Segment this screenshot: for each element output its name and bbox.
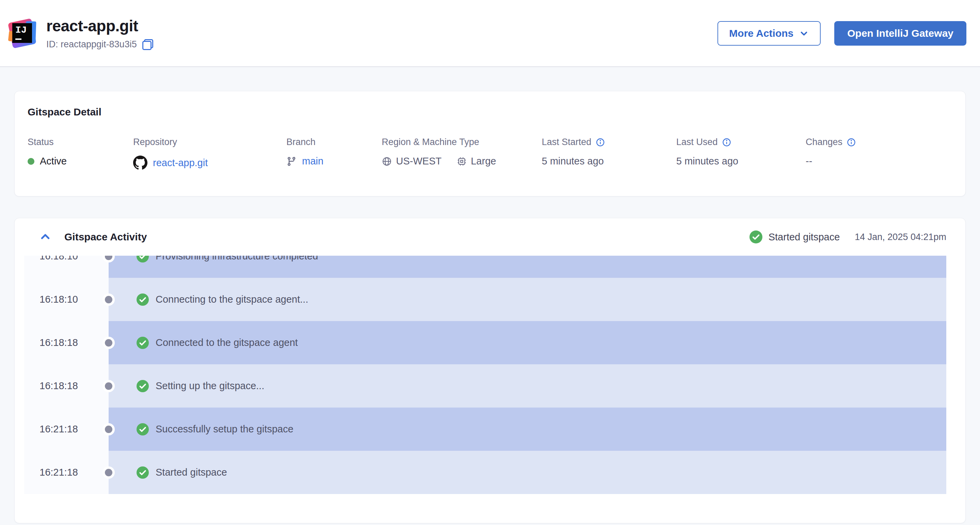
check-circle-icon <box>137 380 149 392</box>
check-circle-icon <box>137 423 149 436</box>
info-icon[interactable] <box>846 138 856 147</box>
check-circle-icon <box>137 293 149 306</box>
check-circle-icon <box>749 231 762 243</box>
last-used-value: 5 minutes ago <box>676 156 738 167</box>
title-block: react-app.git ID: reactappgit-83u3i5 <box>46 17 153 50</box>
activity-title: Gitspace Activity <box>64 231 147 243</box>
check-circle-icon <box>137 337 149 349</box>
chevron-down-icon <box>799 28 809 38</box>
field-status: Status Active <box>28 137 133 170</box>
chevron-up-icon[interactable] <box>39 231 51 243</box>
page-body: Gitspace Detail Status Active Repository… <box>0 67 980 525</box>
last-started-value: 5 minutes ago <box>542 156 604 167</box>
latest-status-time: 14 Jan, 2025 04:21pm <box>855 232 946 242</box>
copy-icon[interactable] <box>142 39 153 50</box>
git-branch-icon <box>286 156 297 167</box>
activity-log-viewport[interactable]: 16:18:10 Provisioning infrastructure com… <box>24 256 946 496</box>
page-title: react-app.git <box>46 17 153 35</box>
more-actions-button[interactable]: More Actions <box>718 21 821 46</box>
branch-link[interactable]: main <box>302 156 323 167</box>
activity-latest-status: Started gitspace 14 Jan, 2025 04:21pm <box>749 231 946 243</box>
activity-row: 16:18:10 Connecting to the gitspace agen… <box>24 278 946 321</box>
activity-row: 16:18:18 Setting up the gitspace... <box>24 364 946 407</box>
field-changes: Changes -- <box>806 137 856 170</box>
latest-status-text: Started gitspace <box>768 232 840 243</box>
activity-row: 16:21:18 Successfully setup the gitspace <box>24 407 946 451</box>
github-icon <box>133 156 148 170</box>
changes-value: -- <box>806 156 812 167</box>
gitspace-id: ID: reactappgit-83u3i5 <box>46 39 137 50</box>
repository-link[interactable]: react-app.git <box>153 157 208 169</box>
field-region-machine: Region & Machine Type US-WEST Large <box>382 137 542 170</box>
timeline-dot-icon <box>105 382 112 390</box>
gitspace-activity-card: Gitspace Activity Started gitspace 14 Ja… <box>14 218 966 523</box>
field-last-used: Last Used 5 minutes ago <box>676 137 806 170</box>
detail-card-title: Gitspace Detail <box>28 106 952 118</box>
timeline-dot-icon <box>105 339 112 347</box>
check-circle-icon <box>137 466 149 479</box>
field-branch: Branch main <box>286 137 382 170</box>
open-intellij-gateway-button[interactable]: Open IntelliJ Gateway <box>834 21 966 46</box>
region-value: US-WEST <box>396 156 442 167</box>
status-value: Active <box>40 156 67 167</box>
info-icon[interactable] <box>595 138 605 147</box>
machine-type-value: Large <box>471 156 496 167</box>
timeline-dot-icon <box>105 426 112 433</box>
timeline-dot-icon <box>105 469 112 476</box>
info-icon[interactable] <box>722 138 732 147</box>
app-header: IJ react-app.git ID: reactappgit-83u3i5 … <box>0 0 980 67</box>
cpu-icon <box>457 156 467 167</box>
intellij-idea-logo-icon: IJ <box>7 18 37 49</box>
globe-icon <box>382 156 392 167</box>
status-active-dot-icon <box>28 158 34 165</box>
field-last-started: Last Started 5 minutes ago <box>542 137 676 170</box>
activity-row: 16:18:10 Provisioning infrastructure com… <box>24 256 946 278</box>
check-circle-icon <box>137 256 149 262</box>
field-repository: Repository react-app.git <box>133 137 286 170</box>
activity-header: Gitspace Activity Started gitspace 14 Ja… <box>14 218 966 256</box>
gitspace-detail-card: Gitspace Detail Status Active Repository… <box>14 91 966 196</box>
timeline-dot-icon <box>105 296 112 303</box>
activity-row: 16:21:18 Started gitspace <box>24 451 946 494</box>
activity-row: 16:18:18 Connected to the gitspace agent <box>24 321 946 364</box>
